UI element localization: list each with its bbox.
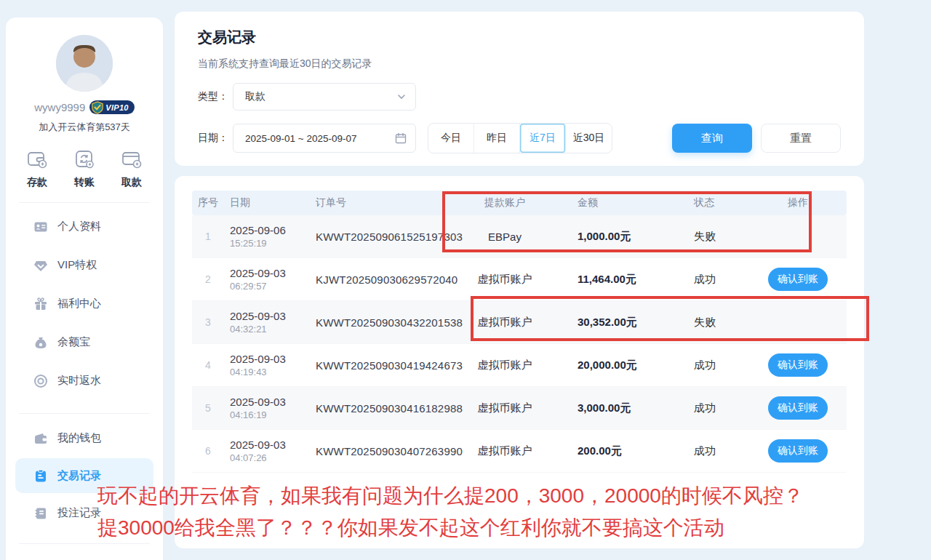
- confirm-arrival-button[interactable]: 确认到账: [768, 439, 828, 463]
- row-order-number: KWWT202509030416182988: [310, 402, 444, 415]
- sidebar-menu-primary: 个人资料 VIP特权 福利中心 余额宝: [6, 207, 163, 400]
- row-date: 2025-09-03 04:16:19: [224, 396, 310, 420]
- sidebar-menu-secondary: 我的钱包 交易记录 投注记录: [6, 418, 163, 533]
- row-status: 成功: [682, 273, 749, 287]
- sidebar-item-label: 实时返水: [57, 374, 101, 388]
- row-action: 确认到账: [749, 439, 847, 463]
- row-order-number: KWWT202509061525197303: [310, 231, 444, 243]
- row-action: 确认到账: [749, 353, 847, 377]
- reset-button[interactable]: 重置: [761, 124, 841, 153]
- profile-card-icon: [33, 220, 48, 234]
- table-row: 3 2025-09-03 04:32:21 KWWT20250903043220…: [192, 301, 847, 344]
- col-header-account: 提款账户: [444, 196, 566, 209]
- confirm-arrival-button[interactable]: 确认到账: [768, 396, 828, 420]
- type-filter-row: 类型： 取款: [198, 83, 841, 111]
- sidebar-item-label: 我的钱包: [57, 431, 101, 445]
- vip-level-label: VIP10: [105, 103, 128, 112]
- range-today-button[interactable]: 今日: [428, 124, 474, 153]
- bet-record-icon: [33, 506, 48, 521]
- col-header-no: 序号: [192, 196, 224, 209]
- avatar[interactable]: [56, 35, 113, 92]
- row-amount: 200.00元: [566, 444, 682, 458]
- calendar-icon[interactable]: [395, 132, 407, 144]
- sidebar-divider: [19, 202, 150, 203]
- sidebar-item-welfare[interactable]: 福利中心: [6, 284, 163, 323]
- type-select-value: 取款: [245, 90, 396, 103]
- transaction-record-icon: [33, 468, 48, 483]
- page-subtitle: 当前系统支持查询最近30日的交易记录: [198, 57, 841, 71]
- row-order-number: KJWT202509030629572040: [310, 273, 444, 286]
- row-index: 5: [192, 402, 224, 414]
- table-row: 1 2025-09-06 15:25:19 KWWT20250906152519…: [192, 215, 847, 258]
- row-account: 虚拟币账户: [444, 401, 566, 415]
- sidebar-item-bets[interactable]: 投注记录: [6, 493, 163, 533]
- row-time-value: 15:25:19: [230, 238, 310, 249]
- sidebar-item-rebate[interactable]: 实时返水: [6, 361, 163, 400]
- row-index: 4: [192, 359, 224, 371]
- date-range-input[interactable]: 2025-09-01 ~ 2025-09-07: [233, 124, 416, 153]
- deposit-button[interactable]: 存款: [26, 148, 48, 189]
- row-status: 失败: [682, 230, 749, 244]
- wallet-icon: [33, 431, 48, 446]
- row-time-value: 04:07:26: [230, 452, 310, 463]
- row-date-value: 2025-09-03: [230, 396, 310, 408]
- avatar-image: [56, 35, 113, 92]
- row-amount: 1,000.00元: [566, 230, 682, 244]
- sidebar-item-label: 福利中心: [57, 297, 101, 311]
- sidebar-item-label: 余额宝: [57, 335, 90, 349]
- row-time-value: 04:16:19: [230, 409, 310, 420]
- row-status: 成功: [682, 401, 749, 415]
- range-30days-button[interactable]: 近30日: [566, 124, 612, 153]
- row-amount: 30,352.00元: [566, 316, 682, 329]
- username: wywy9999: [34, 101, 85, 113]
- row-action: 确认到账: [749, 396, 847, 420]
- row-index: 3: [192, 316, 224, 328]
- row-action: 确认到账: [749, 268, 847, 291]
- sidebar-item-wallet[interactable]: 我的钱包: [6, 418, 163, 458]
- transfer-label: 转账: [74, 176, 95, 189]
- row-index: 1: [192, 231, 224, 242]
- row-date: 2025-09-06 15:25:19: [224, 224, 310, 249]
- sidebar-item-vip[interactable]: VIP特权: [6, 246, 163, 284]
- confirm-arrival-button[interactable]: 确认到账: [768, 268, 828, 291]
- row-date-value: 2025-09-03: [230, 310, 310, 322]
- sidebar-item-transactions[interactable]: 交易记录: [15, 458, 153, 493]
- type-label: 类型：: [198, 90, 233, 103]
- table-row: 6 2025-09-03 04:07:26 KWWT20250903040726…: [192, 430, 847, 473]
- col-header-date: 日期: [224, 196, 310, 209]
- row-date: 2025-09-03 06:29:57: [224, 267, 310, 292]
- row-time-value: 04:32:21: [230, 324, 310, 335]
- withdraw-button[interactable]: 取款: [121, 148, 143, 189]
- date-label: 日期：: [198, 132, 233, 145]
- transactions-table-panel: 序号 日期 订单号 提款账户 金额 状态 操作 1 2025-09-06 15:…: [175, 176, 864, 548]
- type-select[interactable]: 取款: [233, 83, 416, 111]
- row-account: 虚拟币账户: [444, 359, 566, 372]
- sidebar-item-profile[interactable]: 个人资料: [6, 207, 163, 246]
- row-time-value: 06:29:57: [230, 281, 310, 292]
- row-order-number: KWWT202509030432201538: [310, 316, 444, 329]
- row-account: EBPay: [444, 231, 566, 243]
- col-header-action: 操作: [749, 196, 847, 209]
- sidebar-divider: [19, 543, 150, 544]
- table-header-row: 序号 日期 订单号 提款账户 金额 状态 操作: [192, 191, 847, 215]
- table-row: 2 2025-09-03 06:29:57 KJWT20250903062957…: [192, 258, 847, 301]
- sidebar: wywy9999 VIP10 加入开云体育第537天 存款: [6, 17, 163, 560]
- row-amount: 20,000.00元: [566, 359, 682, 372]
- col-header-order: 订单号: [310, 196, 444, 209]
- range-yesterday-button[interactable]: 昨日: [474, 124, 520, 153]
- col-header-status: 状态: [682, 196, 749, 209]
- sidebar-divider: [19, 413, 150, 414]
- transfer-button[interactable]: 转账: [73, 148, 95, 189]
- sidebar-item-yuebao[interactable]: 余额宝: [6, 323, 163, 361]
- row-status: 成功: [682, 359, 749, 372]
- diamond-icon: [33, 258, 48, 273]
- confirm-arrival-button[interactable]: 确认到账: [768, 353, 828, 377]
- row-account: 虚拟币账户: [444, 316, 566, 329]
- range-7days-button[interactable]: 近7日: [520, 124, 566, 153]
- gift-icon: [33, 297, 48, 311]
- transfer-icon: [73, 148, 95, 170]
- date-filter-row: 日期： 2025-09-01 ~ 2025-09-07 今日 昨日 近7日 近3…: [198, 123, 841, 153]
- row-order-number: KWWT202509030407263990: [310, 445, 444, 457]
- search-button[interactable]: 查询: [672, 124, 752, 153]
- withdraw-icon: [121, 148, 143, 170]
